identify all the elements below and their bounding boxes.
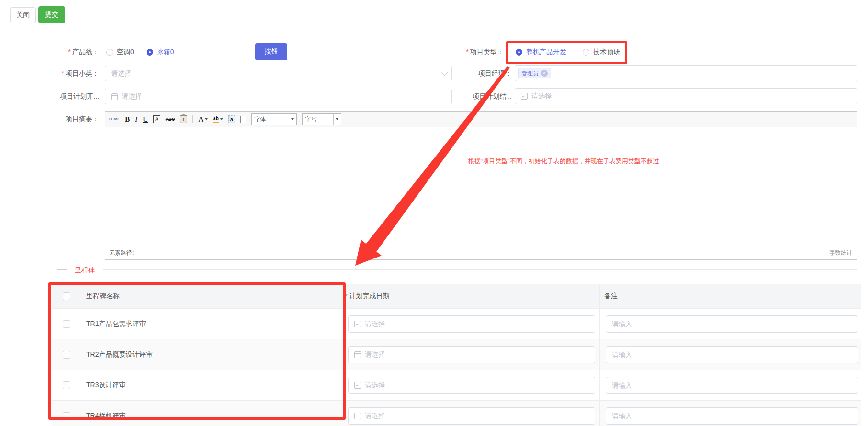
word-count-label: 字数统计 bbox=[824, 246, 857, 260]
plan-start-datepicker[interactable]: 请选择 bbox=[105, 89, 452, 104]
toolbar-separator bbox=[192, 115, 193, 123]
select-all-checkbox[interactable] bbox=[63, 292, 70, 300]
submit-button[interactable]: 提交 bbox=[38, 6, 65, 23]
bold-icon[interactable]: B bbox=[125, 115, 130, 123]
calendar-icon bbox=[354, 351, 361, 358]
milestone-name: TR4样机评审 bbox=[81, 401, 342, 426]
table-row: TR1产品包需求评审 请选择 bbox=[52, 309, 861, 339]
row-datepicker[interactable]: 请选择 bbox=[348, 377, 595, 394]
required-mark: * bbox=[68, 48, 71, 56]
row-remark-input[interactable] bbox=[612, 412, 852, 420]
select-arrow-button[interactable] bbox=[289, 114, 296, 125]
remove-format-icon[interactable]: a bbox=[228, 115, 235, 123]
milestone-name: TR2产品概要设计评审 bbox=[81, 339, 342, 370]
row-remark-input-wrap bbox=[606, 346, 858, 363]
strikethrough-icon[interactable]: ABC bbox=[166, 115, 175, 123]
radio-option-bingxiang[interactable]: 冰箱0 bbox=[147, 48, 174, 56]
product-line-radio-group: 空调0 冰箱0 bbox=[106, 48, 174, 56]
project-form-page: 关闭 提交 *产品线： 空调0 冰箱0 按钮 *项目类型： 整机产品开发 技术预… bbox=[0, 0, 868, 426]
table-row: TR2产品概要设计评审 请选择 bbox=[52, 339, 861, 370]
radio-option-whole-product-dev[interactable]: 整机产品开发 bbox=[516, 48, 566, 56]
plan-end-label: 项目计划结... bbox=[412, 92, 512, 100]
tag-close-icon[interactable]: × bbox=[541, 70, 548, 77]
milestone-name-header: 里程碑名称 bbox=[81, 284, 342, 308]
milestone-table: 里程碑名称 *计划完成日期 备注 TR1产品包需求评审 请选择 bbox=[52, 284, 861, 426]
underline-icon[interactable]: U bbox=[143, 115, 148, 123]
editor-content-area[interactable]: 根据“项目类型”不同，初始化子表的数据，并现在子表费用类型不超过 bbox=[105, 127, 857, 246]
calendar-icon bbox=[354, 382, 361, 389]
action-button[interactable]: 按钮 bbox=[255, 43, 287, 60]
rich-text-editor: HTML B I U A ABC T A ab a 字体 字号 bbox=[105, 111, 857, 260]
required-mark: * bbox=[466, 48, 469, 56]
plan-date-header: *计划完成日期 bbox=[342, 284, 600, 308]
radio-option-tech-research[interactable]: 技术预研 bbox=[583, 48, 620, 56]
highlight-color-dropdown[interactable]: ab bbox=[213, 116, 223, 123]
milestone-name: TR1产品包需求评审 bbox=[81, 309, 342, 339]
required-mark: * bbox=[345, 292, 348, 300]
font-family-select[interactable]: 字体 bbox=[251, 113, 297, 125]
red-annotation-text: 根据“项目类型”不同，初始化子表的数据，并现在子表费用类型不超过 bbox=[468, 157, 659, 166]
row-datepicker[interactable]: 请选择 bbox=[348, 407, 595, 425]
row-remark-input[interactable] bbox=[612, 320, 852, 328]
calendar-icon bbox=[521, 93, 528, 100]
radio-checked-icon[interactable] bbox=[516, 49, 522, 56]
row-checkbox[interactable] bbox=[63, 320, 70, 328]
radio-unchecked-icon[interactable] bbox=[583, 49, 589, 56]
font-color-icon: A bbox=[198, 115, 203, 123]
caret-down-icon bbox=[205, 118, 208, 120]
calendar-icon bbox=[354, 321, 361, 327]
project-manager-input[interactable]: 管理员 × bbox=[515, 65, 857, 81]
row-checkbox[interactable] bbox=[63, 351, 70, 359]
calendar-icon bbox=[111, 93, 118, 100]
row-checkbox[interactable] bbox=[63, 381, 70, 389]
row-checkbox[interactable] bbox=[63, 412, 70, 420]
section-dash bbox=[57, 269, 67, 270]
required-mark: * bbox=[62, 69, 64, 77]
remark-header: 备注 bbox=[600, 284, 861, 308]
summary-label: 项目摘要： bbox=[0, 115, 99, 123]
project-type-radio-group: 整机产品开发 技术预研 bbox=[516, 48, 620, 56]
element-path-label: 元素路径: bbox=[105, 249, 134, 257]
select-arrow-button[interactable] bbox=[333, 114, 341, 125]
section-divider bbox=[103, 269, 857, 270]
select-all-cell bbox=[52, 284, 81, 308]
row-remark-input-wrap bbox=[606, 315, 858, 333]
radio-option-kongtiao[interactable]: 空调0 bbox=[106, 48, 134, 56]
panel-top-border bbox=[57, 31, 858, 31]
radio-checked-icon[interactable] bbox=[147, 49, 153, 56]
milestone-name: TR3设计评审 bbox=[81, 370, 342, 400]
row-remark-input-wrap bbox=[606, 407, 858, 425]
paste-as-text-icon[interactable]: T bbox=[180, 115, 187, 123]
row-datepicker[interactable]: 请选择 bbox=[348, 346, 595, 363]
calendar-icon bbox=[354, 413, 361, 419]
highlight-icon: ab bbox=[213, 116, 219, 123]
row-remark-input-wrap bbox=[606, 377, 858, 394]
project-subclass-label: *项目小类： bbox=[0, 69, 99, 77]
plan-start-label: 项目计划开... bbox=[0, 92, 99, 100]
project-manager-label: 项目经理： bbox=[412, 69, 512, 77]
product-line-label: *产品线： bbox=[0, 48, 99, 56]
project-type-label: *项目类型： bbox=[412, 48, 504, 56]
project-subclass-select[interactable]: 请选择 bbox=[105, 66, 452, 81]
editor-status-bar: 元素路径: 字数统计 bbox=[105, 246, 857, 260]
close-button[interactable]: 关闭 bbox=[10, 7, 36, 23]
caret-down-icon bbox=[220, 118, 223, 120]
row-remark-input[interactable] bbox=[612, 381, 852, 389]
row-remark-input[interactable] bbox=[612, 351, 852, 359]
plan-end-datepicker[interactable]: 请选择 bbox=[515, 88, 857, 104]
milestone-section-title: 里程碑 bbox=[75, 266, 95, 275]
font-style-icon[interactable]: A bbox=[153, 115, 160, 123]
row-datepicker[interactable]: 请选择 bbox=[348, 315, 595, 333]
source-code-icon[interactable]: HTML bbox=[109, 115, 120, 123]
new-document-icon[interactable] bbox=[240, 116, 246, 123]
table-row: TR4样机评审 请选择 bbox=[52, 401, 861, 426]
editor-toolbar: HTML B I U A ABC T A ab a 字体 字号 bbox=[105, 112, 857, 127]
table-header-row: 里程碑名称 *计划完成日期 备注 bbox=[52, 284, 861, 309]
manager-tag: 管理员 × bbox=[518, 68, 551, 78]
font-size-select[interactable]: 字号 bbox=[302, 113, 341, 125]
italic-icon[interactable]: I bbox=[135, 115, 137, 123]
top-divider bbox=[0, 25, 868, 25]
radio-unchecked-icon[interactable] bbox=[106, 49, 113, 56]
table-row: TR3设计评审 请选择 bbox=[52, 370, 861, 401]
font-color-dropdown[interactable]: A bbox=[198, 115, 208, 123]
